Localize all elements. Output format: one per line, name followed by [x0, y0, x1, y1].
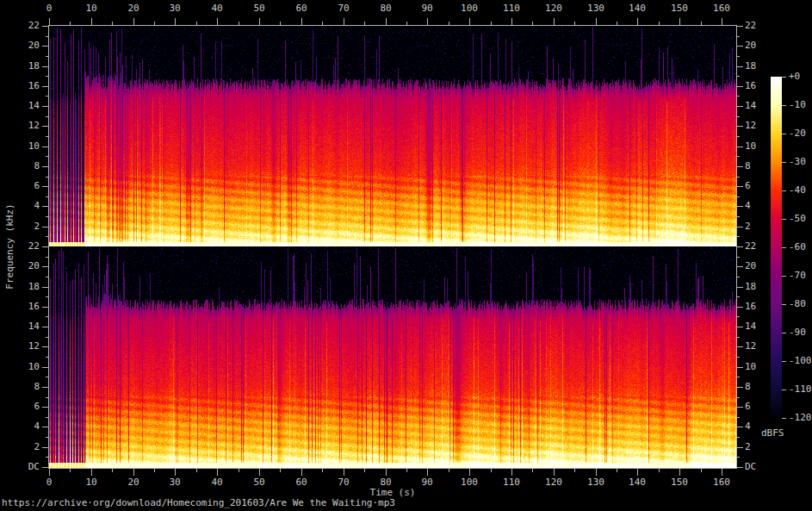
colorbar-tick [782, 333, 786, 333]
freq-minor-tick [737, 316, 740, 317]
colorbar-tick-label: -100 [789, 356, 812, 366]
freq-tick-label: 22 [745, 21, 756, 31]
time-minor-tick [322, 469, 323, 472]
freq-major-tick [737, 66, 743, 67]
freq-minor-tick [737, 377, 740, 377]
freq-major-tick [42, 227, 48, 227]
freq-minor-tick [737, 156, 740, 157]
time-tick-label: 120 [545, 3, 562, 14]
freq-tick-label: 4 [14, 201, 40, 211]
freq-tick-label: 22 [14, 21, 40, 31]
freq-tick-label: 14 [745, 321, 756, 332]
time-major-tick [427, 469, 428, 476]
time-tick-label: 130 [587, 3, 604, 14]
time-tick-label: 0 [46, 477, 53, 488]
colorbar-tick-label: -70 [789, 271, 806, 281]
freq-major-tick [737, 86, 743, 87]
time-minor-tick [406, 469, 407, 472]
time-tick-label: 20 [127, 477, 139, 488]
colorbar-tick-label: -10 [789, 100, 806, 110]
freq-tick-label: 16 [14, 302, 40, 312]
time-minor-tick [112, 469, 113, 472]
freq-major-tick [42, 126, 48, 127]
freq-tick-label: 6 [745, 181, 751, 191]
freq-major-tick [42, 206, 48, 207]
freq-dc-label: DC [745, 462, 756, 472]
freq-tick-label: 22 [14, 241, 40, 252]
freq-major-tick [737, 367, 743, 368]
freq-major-tick [737, 126, 743, 127]
time-major-tick [554, 469, 555, 476]
time-tick-label: 60 [295, 477, 307, 488]
time-minor-tick [532, 469, 533, 472]
time-tick-label: 50 [253, 3, 264, 14]
time-tick-label: 10 [85, 3, 96, 14]
freq-major-tick [42, 146, 48, 147]
time-minor-tick [70, 469, 71, 472]
freq-tick-label: 10 [745, 362, 756, 372]
freq-major-tick [737, 407, 743, 408]
time-major-tick [259, 469, 260, 476]
colorbar-tick [782, 389, 786, 390]
freq-tick-label: 6 [745, 402, 751, 412]
time-tick-label: 150 [671, 3, 688, 14]
plot-bottom-line [48, 468, 737, 469]
freq-minor-tick [737, 177, 740, 178]
time-major-tick [133, 18, 134, 25]
freq-major-tick [42, 467, 48, 468]
time-major-tick [49, 18, 50, 25]
freq-minor-tick [737, 36, 740, 37]
colorbar-tick [782, 304, 786, 305]
time-major-tick [175, 18, 176, 25]
time-tick-label: 90 [421, 3, 432, 14]
time-tick-label: 70 [338, 3, 349, 14]
freq-major-tick [42, 346, 48, 347]
freq-tick-label: 2 [14, 221, 40, 232]
freq-tick-label: 2 [745, 442, 751, 452]
freq-major-tick [737, 447, 743, 448]
freq-major-tick [42, 86, 48, 87]
freq-major-tick [42, 287, 48, 288]
colorbar-tick-label: -90 [789, 327, 806, 338]
time-tick-label: 20 [127, 3, 139, 14]
colorbar-tick-label: -50 [789, 214, 806, 224]
time-major-tick [554, 18, 555, 25]
freq-tick-label: 16 [14, 81, 40, 91]
freq-tick-label: 12 [745, 121, 756, 131]
colorbar-tick [782, 162, 786, 163]
time-tick-label: 30 [169, 477, 180, 488]
colorbar-tick-label: -30 [789, 157, 806, 167]
freq-major-tick [737, 387, 743, 388]
time-tick-label: 80 [380, 3, 391, 14]
colorbar-gradient [771, 77, 782, 418]
freq-tick-label: 10 [745, 141, 756, 152]
freq-tick-label: 12 [14, 341, 40, 352]
freq-major-tick [42, 407, 48, 408]
time-tick-label: 10 [85, 477, 96, 488]
time-major-tick [637, 469, 638, 476]
freq-tick-label: 4 [745, 421, 751, 432]
time-major-tick [386, 469, 387, 476]
freq-tick-label: 14 [745, 101, 756, 111]
time-major-tick [259, 18, 260, 25]
freq-major-tick [42, 447, 48, 448]
colorbar-tick [782, 361, 786, 362]
freq-tick-label: 10 [14, 362, 40, 372]
freq-minor-tick [737, 437, 740, 438]
time-major-tick [386, 18, 387, 25]
plot-top-line [48, 25, 737, 26]
freq-tick-label: 4 [745, 201, 751, 211]
freq-major-tick [737, 246, 743, 247]
time-tick-label: 70 [338, 477, 349, 488]
freq-minor-tick [737, 296, 740, 297]
time-minor-tick [617, 469, 617, 472]
time-major-tick [596, 469, 597, 476]
colorbar-tick [782, 276, 786, 277]
freq-minor-tick [737, 257, 740, 258]
freq-minor-tick [737, 337, 740, 338]
freq-tick-label: 4 [14, 421, 40, 432]
time-minor-tick [154, 469, 155, 472]
freq-minor-tick [737, 236, 740, 237]
freq-minor-tick [737, 357, 740, 358]
freq-tick-label: 12 [14, 121, 40, 131]
